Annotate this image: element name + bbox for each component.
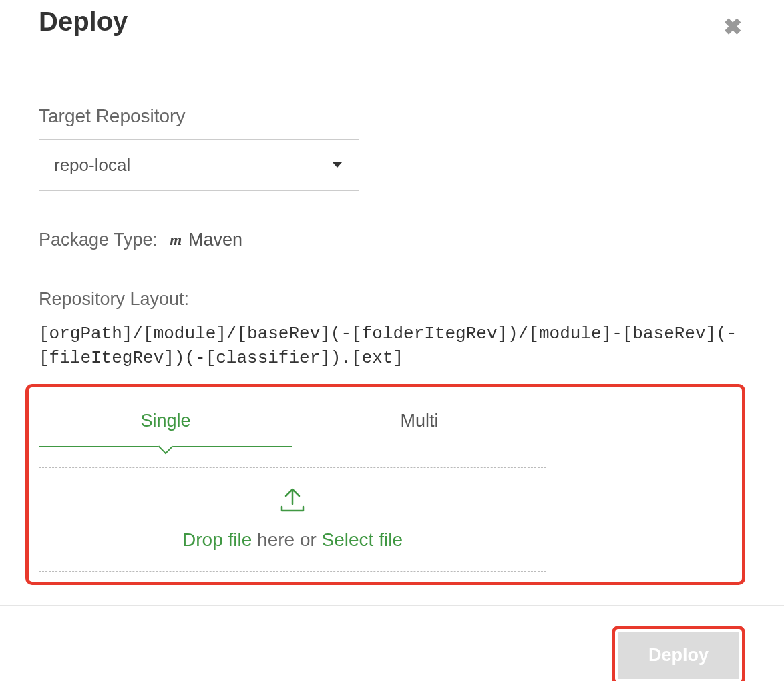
repository-layout-value: [orgPath]/[module]/[baseRev](-[folderIte… [39,322,745,371]
modal-footer: Deploy [0,605,784,681]
drop-file-text: Drop file [182,529,252,550]
modal-header: Deploy ✖ [0,0,784,65]
package-type-value: Maven [188,230,242,250]
upload-icon [279,487,306,515]
deploy-button-highlight: Deploy [612,626,745,681]
package-type-row: Package Type: m Maven [39,230,745,250]
dropzone-middle-text: here or [252,529,321,550]
modal-body: Target Repository repo-local Package Typ… [0,65,784,605]
target-repository-select-wrapper: repo-local [39,139,359,191]
close-icon: ✖ [723,14,742,39]
package-type-label: Package Type: [39,230,158,250]
maven-icon: m [170,232,182,249]
tab-multi[interactable]: Multi [292,397,546,447]
select-file-link[interactable]: Select file [322,529,403,550]
upload-tabs: Single Multi [39,397,546,447]
caret-down-icon [333,162,342,168]
target-repository-select[interactable]: repo-local [39,139,359,191]
tab-single[interactable]: Single [39,397,292,447]
target-repository-value: repo-local [54,155,130,176]
dropzone-text: Drop file here or Select file [39,529,546,551]
target-repository-label: Target Repository [39,105,745,127]
repository-layout-label: Repository Layout: [39,289,745,310]
file-dropzone[interactable]: Drop file here or Select file [39,467,546,572]
upload-highlight-box: Single Multi Drop file here or Select fi… [25,384,745,585]
close-button[interactable]: ✖ [720,12,745,41]
deploy-button[interactable]: Deploy [618,632,739,679]
modal-title: Deploy [39,7,128,37]
